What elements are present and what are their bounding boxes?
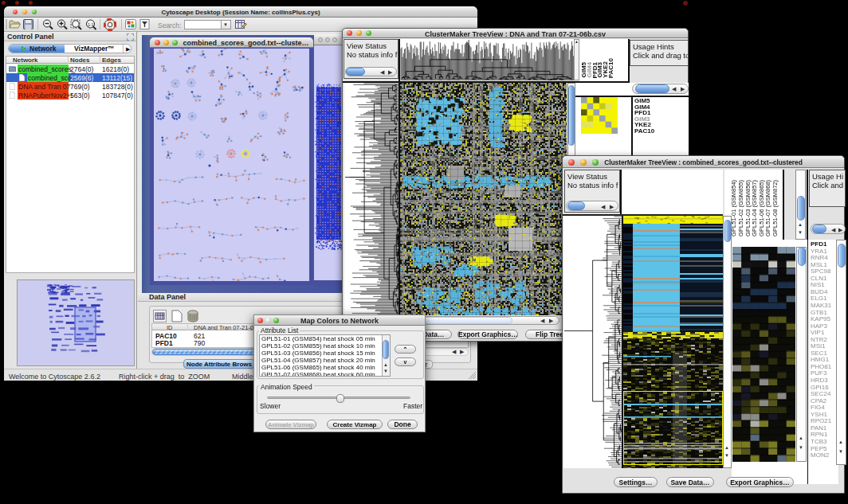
svg-text:1:1: 1:1 <box>88 22 94 27</box>
